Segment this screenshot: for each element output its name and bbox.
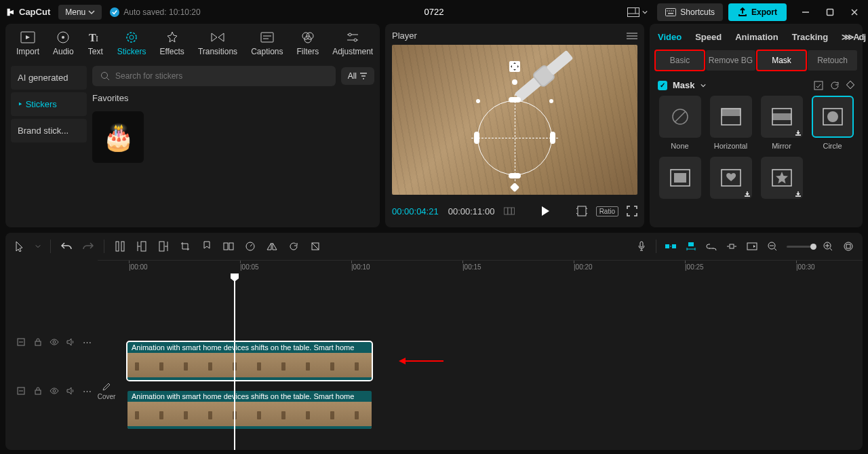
zoom-slider[interactable] (787, 246, 814, 248)
favorite-sticker-cake[interactable]: 🎂 (92, 111, 144, 163)
mask-shape-heart[interactable] (709, 157, 753, 199)
reverse-icon[interactable] (222, 242, 235, 251)
play-button[interactable] (540, 206, 550, 216)
mask-handle-rotate[interactable] (512, 79, 517, 85)
mask-shape-mirror[interactable]: Mirror (760, 96, 804, 150)
delete-right-icon[interactable] (157, 241, 170, 252)
split-icon[interactable] (114, 241, 126, 252)
freeze-icon[interactable] (309, 242, 321, 251)
mask-handle-feather-bottom[interactable] (510, 183, 519, 192)
minimize-button[interactable] (797, 4, 814, 20)
playhead[interactable] (234, 275, 235, 450)
prop-tab-speed[interactable]: Speed (692, 29, 724, 45)
close-button[interactable] (846, 4, 863, 20)
filter-all-button[interactable]: All (341, 67, 374, 85)
scale-icon[interactable] (576, 206, 588, 216)
track-visible-icon[interactable] (50, 339, 59, 345)
cover-button[interactable]: Cover (96, 382, 117, 400)
mask-shape-rectangle[interactable] (658, 157, 702, 199)
maximize-button[interactable] (822, 4, 838, 20)
tab-filters[interactable]: Filters (290, 26, 326, 60)
magnet-track-icon[interactable] (685, 242, 697, 251)
magnet-main-icon[interactable] (665, 242, 677, 250)
zoom-in-icon[interactable] (822, 242, 834, 251)
mic-icon[interactable] (635, 241, 648, 252)
track-mute-icon[interactable] (66, 387, 75, 395)
mask-handle-right[interactable] (550, 132, 555, 144)
sidebar-item-ai-generated[interactable]: AI generated (11, 66, 87, 90)
tab-captions[interactable]: Captions (244, 26, 290, 60)
snap-icon[interactable] (726, 242, 738, 250)
sidebar-item-stickers[interactable]: Stickers (11, 92, 87, 116)
chevron-down-icon[interactable] (701, 83, 706, 88)
mirror-icon[interactable] (266, 242, 278, 251)
mask-overlay-circle[interactable] (477, 100, 552, 175)
mask-handle-bottom[interactable] (509, 173, 521, 178)
timeline-ruler[interactable]: |00:00 |00:05 |00:10 |00:15 |00:20 |00:2… (98, 260, 863, 275)
subtab-remove-bg[interactable]: Remove BG (706, 50, 755, 71)
track-mute-icon[interactable] (66, 338, 75, 346)
player-menu-icon[interactable] (627, 32, 637, 40)
search-input[interactable] (115, 71, 328, 81)
preview-axis-icon[interactable] (746, 242, 758, 250)
mask-handle-left[interactable] (474, 132, 479, 144)
prop-tab-tracking[interactable]: Tracking (789, 29, 831, 45)
fullscreen-icon[interactable] (627, 206, 637, 216)
track-collapse-icon[interactable] (16, 387, 26, 395)
menu-button[interactable]: Menu (58, 5, 102, 20)
subtab-retouch[interactable]: Retouch (808, 50, 857, 71)
crop-icon[interactable] (179, 242, 191, 251)
mask-shape-star[interactable] (760, 157, 804, 199)
ratio-button[interactable]: Ratio (596, 206, 618, 216)
timeline-clip-overlay[interactable]: Animation with smart home devices shifts… (127, 342, 372, 380)
track-lock-icon[interactable] (33, 387, 42, 395)
tab-text[interactable]: TI Text (81, 26, 111, 60)
rotate-icon[interactable] (288, 242, 300, 251)
speed-icon[interactable] (244, 241, 256, 252)
project-title[interactable]: 0722 (425, 7, 444, 17)
tab-adjustment[interactable]: Adjustment (326, 26, 380, 60)
mask-corner-tl[interactable] (476, 99, 480, 103)
layout-button[interactable] (623, 5, 652, 20)
prop-tab-overflow[interactable]: ⋙Adj (839, 29, 868, 45)
mask-keyframe-icon[interactable] (846, 81, 854, 90)
track-collapse-icon[interactable] (16, 338, 26, 346)
mask-handle-top[interactable] (509, 97, 521, 102)
subtab-basic[interactable]: Basic (655, 50, 705, 71)
search-box[interactable] (92, 66, 336, 86)
prop-tab-animation[interactable]: Animation (732, 29, 781, 45)
tab-transitions[interactable]: Transitions (191, 26, 244, 60)
track-more-icon[interactable]: ⋯ (83, 337, 92, 347)
zoom-out-icon[interactable] (766, 242, 778, 251)
mask-reset-icon[interactable] (830, 81, 840, 90)
select-tool-icon[interactable] (14, 241, 26, 252)
marker-icon[interactable] (201, 241, 213, 252)
mask-move-icon[interactable] (509, 60, 521, 73)
player-canvas[interactable] (392, 45, 637, 195)
compare-icon[interactable] (504, 206, 515, 216)
tab-effects[interactable]: Effects (153, 26, 191, 60)
mask-save-preset-icon[interactable] (814, 81, 823, 90)
subtab-mask[interactable]: Mask (757, 50, 806, 71)
track-visible-icon[interactable] (50, 387, 59, 394)
tab-stickers[interactable]: Stickers (111, 26, 153, 60)
link-icon[interactable] (705, 242, 717, 250)
mask-shape-none[interactable]: None (658, 96, 702, 150)
mask-shape-horizontal[interactable]: Horizontal (709, 96, 753, 150)
export-button[interactable]: Export (728, 3, 787, 21)
mask-enable-checkbox[interactable]: ✓ (658, 81, 667, 90)
mask-corner-tr[interactable] (549, 99, 553, 103)
tab-import[interactable]: Import (9, 26, 46, 60)
chevron-down-icon[interactable] (35, 244, 41, 249)
tab-audio[interactable]: Audio (46, 26, 81, 60)
sidebar-item-brand-stickers[interactable]: Brand stick... (11, 119, 87, 143)
shortcuts-button[interactable]: Shortcuts (657, 3, 723, 21)
delete-left-icon[interactable] (136, 241, 148, 252)
zoom-fit-icon[interactable] (842, 242, 854, 251)
undo-icon[interactable] (60, 242, 73, 251)
track-more-icon[interactable]: ⋯ (83, 386, 92, 396)
mask-shape-circle[interactable]: Circle (810, 96, 854, 150)
prop-tab-video[interactable]: Video (655, 29, 684, 45)
timeline-clip-main[interactable]: Animation with smart home devices shifts… (127, 391, 372, 429)
track-lock-icon[interactable] (33, 338, 42, 346)
